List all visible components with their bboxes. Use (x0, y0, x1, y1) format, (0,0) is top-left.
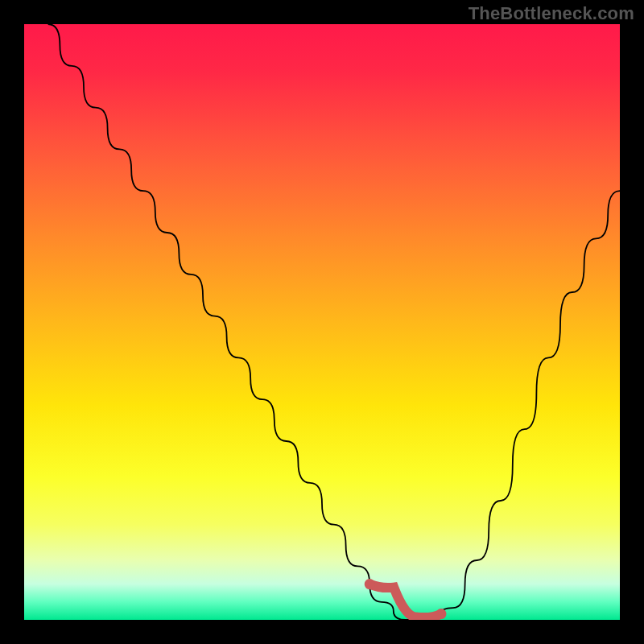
optimal-segment (369, 584, 441, 618)
watermark-text: TheBottleneck.com (469, 3, 634, 24)
chart-container: TheBottleneck.com (0, 0, 644, 644)
plot-area (24, 24, 620, 620)
bottleneck-curve (48, 24, 620, 620)
optimal-endpoint-right (436, 609, 447, 619)
curve-svg (24, 24, 620, 620)
optimal-endpoint-left (365, 579, 375, 589)
